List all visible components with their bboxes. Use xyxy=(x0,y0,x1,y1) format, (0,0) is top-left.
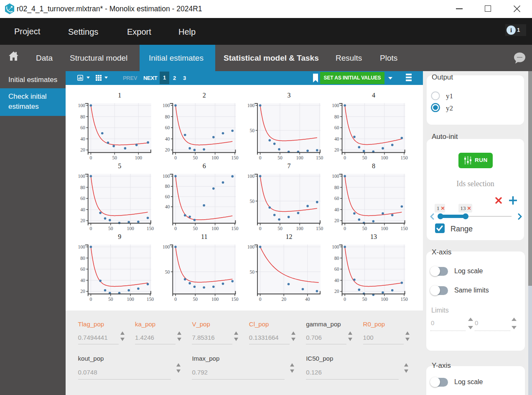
svg-text:100: 100 xyxy=(78,103,85,108)
svg-text:100: 100 xyxy=(332,174,339,179)
svg-text:80: 80 xyxy=(334,114,339,119)
svg-text:0: 0 xyxy=(259,297,262,302)
svg-text:80: 80 xyxy=(334,256,339,261)
svg-text:150: 150 xyxy=(147,297,154,302)
svg-text:40: 40 xyxy=(334,136,339,141)
svg-text:100: 100 xyxy=(296,155,304,160)
svg-text:100: 100 xyxy=(78,244,85,249)
svg-text:5: 5 xyxy=(118,162,121,169)
svg-text:0: 0 xyxy=(174,226,177,231)
svg-text:150: 150 xyxy=(400,226,408,231)
svg-text:150: 150 xyxy=(231,297,239,302)
svg-text:150: 150 xyxy=(231,226,239,231)
svg-text:150: 150 xyxy=(400,155,408,160)
svg-text:9: 9 xyxy=(118,233,121,240)
svg-text:50: 50 xyxy=(193,226,198,231)
svg-text:0: 0 xyxy=(174,155,177,160)
svg-text:20: 20 xyxy=(334,289,339,294)
svg-text:40: 40 xyxy=(165,204,170,209)
svg-text:20: 20 xyxy=(80,289,85,294)
svg-text:60: 60 xyxy=(334,125,339,130)
svg-text:80: 80 xyxy=(165,114,170,119)
svg-text:40: 40 xyxy=(80,136,85,141)
svg-text:12: 12 xyxy=(285,233,292,240)
svg-text:7: 7 xyxy=(287,162,290,169)
svg-text:50: 50 xyxy=(277,155,283,160)
svg-text:100: 100 xyxy=(332,103,339,108)
svg-text:50: 50 xyxy=(249,128,255,133)
svg-text:0: 0 xyxy=(90,226,92,231)
svg-text:3: 3 xyxy=(287,92,290,99)
svg-text:40: 40 xyxy=(80,278,85,283)
svg-text:0: 0 xyxy=(344,226,346,231)
svg-text:60: 60 xyxy=(80,196,85,201)
svg-text:20: 20 xyxy=(334,218,339,223)
svg-text:60: 60 xyxy=(80,125,85,130)
svg-text:11: 11 xyxy=(201,233,207,240)
svg-text:60: 60 xyxy=(334,267,339,272)
svg-text:50: 50 xyxy=(277,226,283,231)
svg-text:80: 80 xyxy=(334,185,339,190)
svg-text:100: 100 xyxy=(211,155,219,160)
svg-text:100: 100 xyxy=(247,244,255,249)
svg-text:20: 20 xyxy=(80,218,85,223)
svg-text:20: 20 xyxy=(281,297,286,302)
svg-text:100: 100 xyxy=(332,244,339,249)
svg-text:100: 100 xyxy=(127,226,134,231)
svg-text:40: 40 xyxy=(334,207,339,212)
svg-text:50: 50 xyxy=(193,297,198,302)
svg-text:100: 100 xyxy=(381,297,388,302)
svg-text:150: 150 xyxy=(316,155,323,160)
svg-text:2: 2 xyxy=(203,92,206,99)
svg-text:100: 100 xyxy=(296,226,304,231)
svg-text:40: 40 xyxy=(80,207,85,212)
svg-text:8: 8 xyxy=(372,162,375,169)
svg-text:100: 100 xyxy=(381,155,388,160)
svg-text:100: 100 xyxy=(163,174,170,179)
svg-text:1: 1 xyxy=(118,92,121,99)
svg-text:13: 13 xyxy=(370,233,377,240)
svg-text:20: 20 xyxy=(80,147,85,152)
svg-text:40: 40 xyxy=(305,297,310,302)
svg-text:6: 6 xyxy=(203,162,206,169)
svg-text:50: 50 xyxy=(112,155,117,160)
svg-text:80: 80 xyxy=(165,184,170,189)
svg-text:100: 100 xyxy=(163,103,170,108)
svg-text:0: 0 xyxy=(259,155,262,160)
svg-text:50: 50 xyxy=(362,155,367,160)
svg-text:60: 60 xyxy=(334,196,339,201)
svg-text:80: 80 xyxy=(80,256,85,261)
svg-text:20: 20 xyxy=(334,147,339,152)
svg-text:60: 60 xyxy=(165,194,170,199)
svg-text:40: 40 xyxy=(334,278,339,283)
svg-text:150: 150 xyxy=(316,226,323,231)
svg-text:60: 60 xyxy=(80,267,85,272)
svg-text:0: 0 xyxy=(90,297,92,302)
svg-text:0: 0 xyxy=(259,226,262,231)
svg-text:50: 50 xyxy=(249,269,255,274)
svg-text:0: 0 xyxy=(174,297,177,302)
svg-text:100: 100 xyxy=(135,155,143,160)
svg-text:0: 0 xyxy=(344,297,346,302)
svg-text:150: 150 xyxy=(231,155,239,160)
svg-text:80: 80 xyxy=(80,114,85,119)
svg-text:100: 100 xyxy=(163,244,170,249)
svg-text:0: 0 xyxy=(344,155,346,160)
svg-text:100: 100 xyxy=(78,174,85,179)
svg-text:40: 40 xyxy=(165,136,170,141)
svg-text:100: 100 xyxy=(381,226,388,231)
svg-text:100: 100 xyxy=(247,103,255,108)
svg-text:60: 60 xyxy=(165,125,170,130)
svg-text:0: 0 xyxy=(90,155,92,160)
svg-text:100: 100 xyxy=(211,226,219,231)
svg-text:100: 100 xyxy=(127,297,134,302)
svg-text:150: 150 xyxy=(147,226,154,231)
svg-text:20: 20 xyxy=(165,147,170,152)
svg-text:50: 50 xyxy=(108,297,113,302)
svg-text:4: 4 xyxy=(372,92,375,99)
svg-text:50: 50 xyxy=(108,226,113,231)
svg-text:150: 150 xyxy=(400,297,408,302)
svg-text:50: 50 xyxy=(362,297,367,302)
svg-text:50: 50 xyxy=(362,226,367,231)
svg-text:50: 50 xyxy=(193,155,198,160)
